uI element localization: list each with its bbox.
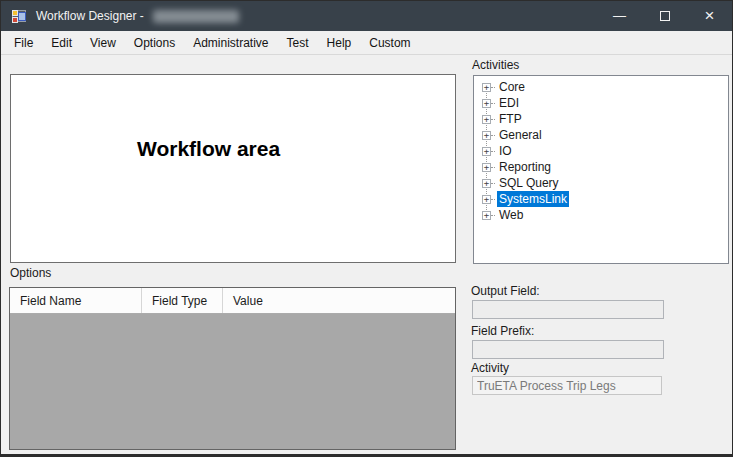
window-controls: — × bbox=[597, 1, 732, 31]
expand-icon[interactable]: + bbox=[482, 115, 491, 124]
options-label: Options bbox=[10, 266, 51, 280]
workflow-area[interactable]: Workflow area bbox=[10, 74, 456, 263]
expand-icon[interactable]: + bbox=[482, 211, 491, 220]
expand-icon[interactable]: + bbox=[482, 163, 491, 172]
output-field-label: Output Field: bbox=[471, 284, 540, 298]
minimize-icon: — bbox=[613, 11, 626, 21]
app-icon[interactable] bbox=[11, 8, 27, 24]
tree-stub bbox=[491, 135, 495, 136]
tree-item-systemslink[interactable]: +SystemsLink bbox=[474, 191, 728, 207]
expand-icon[interactable]: + bbox=[482, 83, 491, 92]
field-prefix-input[interactable] bbox=[472, 340, 664, 359]
tree-item-label[interactable]: IO bbox=[497, 143, 514, 159]
menu-options[interactable]: Options bbox=[125, 32, 184, 54]
expand-icon[interactable]: + bbox=[482, 131, 491, 140]
maximize-icon bbox=[660, 11, 670, 21]
options-grid-body bbox=[10, 314, 455, 449]
tree-item-label[interactable]: Reporting bbox=[497, 159, 553, 175]
tree-stub bbox=[491, 103, 495, 104]
tree-item-reporting[interactable]: +Reporting bbox=[474, 159, 728, 175]
menu-bar: File Edit View Options Administrative Te… bbox=[1, 31, 732, 55]
menu-test[interactable]: Test bbox=[278, 32, 318, 54]
tree-item-label[interactable]: Core bbox=[497, 79, 527, 95]
minimize-button[interactable]: — bbox=[597, 1, 642, 31]
tree-item-core[interactable]: +Core bbox=[474, 79, 728, 95]
tree-stub bbox=[491, 87, 495, 88]
tree-item-general[interactable]: +General bbox=[474, 127, 728, 143]
tree-item-label-selected[interactable]: SystemsLink bbox=[497, 191, 569, 207]
tree-stub bbox=[491, 167, 495, 168]
options-grid-header: Field Name Field Type Value bbox=[10, 288, 455, 314]
tree-stub bbox=[491, 199, 495, 200]
expand-icon[interactable]: + bbox=[482, 195, 491, 204]
app-icon-yellow-square bbox=[12, 10, 18, 16]
window-title: Workflow Designer - bbox=[36, 9, 144, 23]
maximize-button[interactable] bbox=[642, 1, 687, 31]
tree-item-web[interactable]: +Web bbox=[474, 207, 728, 223]
menu-custom[interactable]: Custom bbox=[360, 32, 419, 54]
tree-item-ftp[interactable]: +FTP bbox=[474, 111, 728, 127]
activities-label: Activities bbox=[472, 58, 519, 72]
menu-edit[interactable]: Edit bbox=[42, 32, 81, 54]
output-field-input[interactable] bbox=[472, 300, 664, 319]
column-header-field-name[interactable]: Field Name bbox=[10, 288, 141, 313]
column-header-field-type[interactable]: Field Type bbox=[141, 288, 222, 313]
redacted-title-text bbox=[153, 10, 239, 23]
tree-item-sql-query[interactable]: +SQL Query bbox=[474, 175, 728, 191]
activity-input[interactable] bbox=[472, 376, 662, 395]
tree-item-io[interactable]: +IO bbox=[474, 143, 728, 159]
menu-file[interactable]: File bbox=[5, 32, 42, 54]
workflow-area-label: Workflow area bbox=[137, 137, 280, 160]
close-icon: × bbox=[705, 8, 715, 24]
close-button[interactable]: × bbox=[687, 1, 732, 31]
expand-icon[interactable]: + bbox=[482, 99, 491, 108]
activity-label: Activity bbox=[471, 361, 509, 375]
tree-item-label[interactable]: EDI bbox=[497, 95, 521, 111]
column-header-value[interactable]: Value bbox=[222, 288, 455, 313]
menu-administrative[interactable]: Administrative bbox=[184, 32, 277, 54]
app-icon-red-square bbox=[12, 17, 18, 23]
field-prefix-label: Field Prefix: bbox=[471, 324, 534, 338]
options-grid: Field Name Field Type Value bbox=[9, 287, 456, 450]
tree-item-label[interactable]: General bbox=[497, 127, 544, 143]
tree-item-edi[interactable]: +EDI bbox=[474, 95, 728, 111]
menu-help[interactable]: Help bbox=[318, 32, 361, 54]
expand-icon[interactable]: + bbox=[482, 147, 491, 156]
titlebar[interactable]: Workflow Designer - — × bbox=[1, 1, 732, 31]
app-window: Workflow Designer - — × File Edit View O… bbox=[0, 0, 733, 457]
menu-view[interactable]: View bbox=[81, 32, 125, 54]
tree-item-label[interactable]: Web bbox=[497, 207, 525, 223]
activities-tree[interactable]: +Core +EDI +FTP +General +IO +Reporting … bbox=[473, 75, 729, 264]
tree-stub bbox=[491, 215, 495, 216]
tree-stub bbox=[491, 183, 495, 184]
tree-stub bbox=[491, 119, 495, 120]
tree-item-label[interactable]: FTP bbox=[497, 111, 524, 127]
tree-stub bbox=[491, 151, 495, 152]
app-icon-blue-square bbox=[18, 12, 26, 21]
expand-icon[interactable]: + bbox=[482, 179, 491, 188]
tree-item-label[interactable]: SQL Query bbox=[497, 175, 561, 191]
